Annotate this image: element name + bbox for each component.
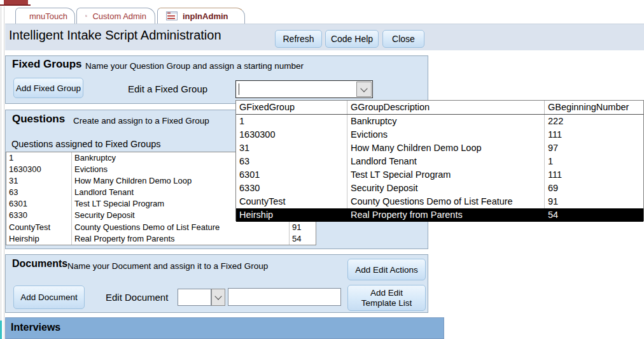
form-icon <box>85 11 87 20</box>
tab-label: Custom Admin <box>92 11 146 21</box>
refresh-button[interactable]: Refresh <box>275 30 322 48</box>
dd-num: 54 <box>545 208 643 222</box>
documents-subtitle: Name your Document and assign it to a Fi… <box>67 261 268 271</box>
combo-dropdown-button[interactable] <box>356 82 372 97</box>
dd-desc: Real Property from Parents <box>347 208 545 222</box>
dd-desc: County Questions Demo of List Feature <box>347 195 545 208</box>
dd-group: 6301 <box>236 168 347 182</box>
access-window: mnuTouch Custom Admin inplnAdmin Intelli… <box>0 0 644 339</box>
documents-heading: Documents <box>12 258 67 270</box>
document-combo-dropdown-button[interactable] <box>211 289 225 306</box>
q-desc: County Questions Demo of List Feature <box>72 222 290 233</box>
chevron-down-icon <box>360 85 367 92</box>
dd-desc: Evictions <box>347 128 545 141</box>
dd-desc: Landlord Tenant <box>347 155 545 168</box>
window-left-border <box>1 6 1 339</box>
dd-num: 97 <box>545 141 643 155</box>
dd-num: 111 <box>545 168 643 182</box>
dd-num: 111 <box>545 128 643 141</box>
list-item[interactable]: HeirshipReal Property from Parents54 <box>6 233 316 245</box>
dropdown-row[interactable]: 1630300Evictions111 <box>236 128 643 141</box>
documents-panel: Documents Name your Document and assign … <box>5 254 428 313</box>
bottom-left-accent <box>0 321 2 339</box>
interviews-panel: Interviews <box>5 317 444 339</box>
q-group: 63 <box>6 187 72 198</box>
document-name-input[interactable] <box>228 288 341 306</box>
add-document-button[interactable]: Add Document <box>13 285 85 309</box>
dd-desc: Security Deposit <box>347 182 545 195</box>
edit-document-label: Edit Document <box>106 292 168 303</box>
add-fixed-group-button[interactable]: Add Fixed Group <box>13 78 83 98</box>
dropdown-row[interactable]: 6301Test LT Special Program111 <box>236 168 643 182</box>
fixed-group-dropdown-list[interactable]: GFixedGroup GGroupDescription GBeginning… <box>235 100 644 221</box>
q-group: 6330 <box>6 210 72 221</box>
dropdown-row[interactable]: 63Landlord Tenant1 <box>236 155 643 168</box>
dropdown-row[interactable]: 1Bankruptcy222 <box>236 115 643 128</box>
dd-group: 6330 <box>236 182 347 195</box>
chevron-down-icon <box>214 292 221 299</box>
questions-heading: Questions <box>12 113 65 126</box>
tab-label: inplnAdmin <box>183 11 228 21</box>
col-gbeginningnumber: GBeginningNumber <box>545 101 643 114</box>
q-group: 1630300 <box>6 164 72 175</box>
dd-num: 222 <box>545 115 643 128</box>
q-group: Heirship <box>6 233 72 245</box>
dropdown-row[interactable]: CountyTestCounty Questions Demo of List … <box>236 195 643 208</box>
q-group: CountyTest <box>6 222 72 233</box>
q-group: 31 <box>6 175 72 187</box>
document-combobox[interactable] <box>178 289 211 306</box>
tab-inplnadmin-active[interactable]: inplnAdmin <box>157 8 245 24</box>
interviews-heading: Interviews <box>11 322 60 333</box>
form-icon <box>166 11 178 20</box>
dd-group: 1 <box>236 115 347 128</box>
dd-desc: How Many Children Demo Loop <box>347 141 545 155</box>
col-gfixedgroup: GFixedGroup <box>236 101 347 114</box>
dd-group: CountyTest <box>236 195 347 208</box>
tab-label: mnuTouch <box>29 11 67 21</box>
col-ggroupdescription: GGroupDescription <box>347 101 545 114</box>
q-num: 91 <box>290 222 316 233</box>
window-accent-bar <box>4 0 28 4</box>
add-edit-actions-button[interactable]: Add Edit Actions <box>347 259 426 280</box>
list-item[interactable]: CountyTestCounty Questions Demo of List … <box>6 222 316 233</box>
edit-fixed-group-label: Edit a Fixed Group <box>128 83 207 94</box>
dd-num: 91 <box>545 195 643 208</box>
add-edit-template-list-button[interactable]: Add Edit Template List <box>347 285 426 311</box>
text-caret <box>239 83 239 95</box>
form-header: Intelligent Intake Script Administration… <box>5 24 644 50</box>
template-button-line2: Template List <box>361 298 412 308</box>
q-group: 1 <box>6 152 72 164</box>
dd-num: 69 <box>545 182 643 195</box>
dropdown-row[interactable]: 31How Many Children Demo Loop97 <box>236 141 643 155</box>
dropdown-header-row: GFixedGroup GGroupDescription GBeginning… <box>236 101 643 115</box>
dd-num: 1 <box>545 155 643 168</box>
dropdown-row[interactable]: 6330Security Deposit69 <box>236 182 643 195</box>
close-button[interactable]: Close <box>382 30 424 48</box>
dd-group: 31 <box>236 141 347 155</box>
dd-group: 1630300 <box>236 128 347 141</box>
tab-mnutouch[interactable]: mnuTouch <box>15 8 75 24</box>
dd-desc: Bankruptcy <box>347 115 545 128</box>
q-group: 6301 <box>6 198 72 210</box>
window-left-inner-border <box>4 6 4 339</box>
window-accent-underline <box>0 4 31 6</box>
dd-group: Heirship <box>236 208 347 222</box>
dropdown-row-selected[interactable]: HeirshipReal Property from Parents54 <box>236 208 643 222</box>
tab-custom-admin[interactable]: Custom Admin <box>76 8 155 24</box>
q-num: 54 <box>290 233 316 245</box>
template-button-line1: Add Edit <box>370 288 403 298</box>
code-help-button[interactable]: Code Help <box>325 30 379 48</box>
q-desc: Real Property from Parents <box>72 233 290 245</box>
questions-list-label: Questions assigned to Fixed Groups <box>11 139 161 149</box>
fixed-groups-heading: Fixed Groups <box>12 58 82 71</box>
fixed-groups-subtitle: Name your Question Group and assign a st… <box>85 61 304 71</box>
dd-group: 63 <box>236 155 347 168</box>
fixed-group-combobox[interactable] <box>235 80 373 98</box>
questions-subtitle: Create and assign to a Fixed Group <box>73 116 209 126</box>
page-title: Intelligent Intake Script Administration <box>9 28 221 43</box>
dd-desc: Test LT Special Program <box>347 168 545 182</box>
